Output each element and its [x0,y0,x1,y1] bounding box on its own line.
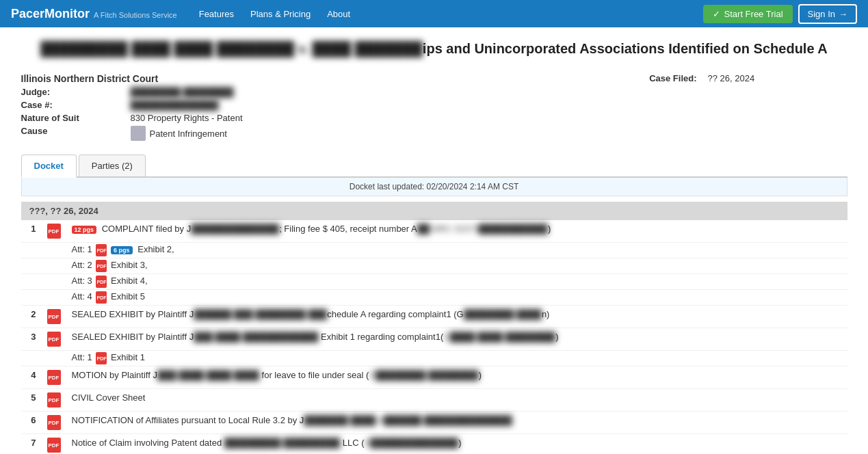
tabs-bar: Docket Parties (2) [21,155,847,178]
case-info: Illinois Northern District Court Case Fi… [21,73,847,141]
entry-num: 1 [21,220,42,243]
attachment-text: Att: 2 PDF Exhibit 3, [66,258,847,274]
attachment-text: Att: 1 PDF Exhibit 1 [66,351,847,366]
tab-docket[interactable]: Docket [21,155,77,178]
free-trial-button[interactable]: ✓ Start Free Trial [703,5,793,23]
date-group-label: ???, ?? 26, 2024 [29,206,98,216]
nav-plans-pricing[interactable]: Plans & Pricing [250,9,311,19]
docket-status-text: Docket last updated: 02/20/2024 2:14 AM … [350,182,519,191]
date-group-row: ???, ?? 26, 2024 [21,202,847,220]
case-title-blurred: █████████ ████ ████ ████████ v. ████ ███… [40,41,423,57]
cause-value: Patent Infringement [131,126,588,141]
pdf-icon-cell: PDF [42,412,66,434]
attachment-row: Att: 1 PDF 6 pgs Exhibit 2, [21,243,847,258]
table-row: 2 PDF SEALED EXHIBIT by Plaintiff J█████… [21,306,847,328]
table-row: 5 PDF CIVIL Cover Sheet [21,389,847,412]
case-filed-value: ?? 26, 2024 [697,73,847,84]
cause-label: Cause [21,126,131,141]
pdf-icon[interactable]: PDF [47,392,61,408]
table-row: 1 PDF 12 pgs COMPLAINT filed by J███████… [21,220,847,243]
sign-in-button[interactable]: Sign In → [798,4,857,24]
pdf-icon[interactable]: PDF [47,309,61,324]
pdf-icon[interactable]: PDF [47,415,61,430]
brand-name: PacerMonitor [11,7,90,21]
court-name: Illinois Northern District Court [21,73,588,84]
entry-text: NOTIFICATION of Affiliates pursuant to L… [66,412,847,434]
entry-text: SEALED EXHIBIT by Plaintiff J██████ ███ … [66,306,847,328]
entry-num: 4 [21,366,42,389]
entry-text: CIVIL Cover Sheet [66,389,847,412]
pdf-icon-cell: PDF [42,366,66,389]
brand: PacerMonitor A Fitch Solutions Service [11,7,177,21]
nav-features[interactable]: Features [199,9,234,19]
attachment-text: Att: 3 PDF Exhibit 4, [66,274,847,290]
page-badge: 12 pgs [72,226,97,234]
nav-actions: ✓ Start Free Trial Sign In → [703,4,857,24]
sign-in-label: Sign In [808,9,835,19]
entry-description: COMPLAINT filed by J██████████████; Fili… [102,224,551,234]
brand-sub: A Fitch Solutions Service [94,11,177,19]
pdf-icon-cell: PDF [42,389,66,412]
case-num-label: Case #: [21,100,131,110]
case-title-visible: ips and Unincorporated Associations Iden… [423,41,828,56]
entry-text: 12 pgs COMPLAINT filed by J█████████████… [66,220,847,243]
case-title: █████████ ████ ████ ████████ v. ████ ███… [21,41,847,57]
page-content: █████████ ████ ████ ████████ v. ████ ███… [10,27,858,454]
free-trial-label: Start Free Trial [724,9,783,19]
case-filed-label: Case Filed: [588,73,697,84]
table-row: 6 PDF NOTIFICATION of Affiliates pursuan… [21,412,847,434]
entry-num: 3 [21,328,42,351]
pdf-icon[interactable]: PDF [47,370,61,385]
att-pdf-icon[interactable]: PDF [96,244,107,256]
pdf-icon-cell: PDF [42,434,66,455]
pdf-icon[interactable]: PDF [47,438,61,453]
entry-num: 7 [21,434,42,455]
att-pdf-icon[interactable]: PDF [96,260,107,272]
attachment-text: Att: 4 PDF Exhibit 5 [66,290,847,306]
tab-parties[interactable]: Parties (2) [79,155,146,176]
attachment-row: Att: 3 PDF Exhibit 4, [21,274,847,290]
entry-num: 2 [21,306,42,328]
attachment-row: Att: 2 PDF Exhibit 3, [21,258,847,274]
att-pdf-icon[interactable]: PDF [96,276,107,288]
case-num-value: ██████████████ [131,100,588,110]
entry-text: SEALED EXHIBIT by Plaintiff J███ ████ ██… [66,328,847,351]
pdf-icon[interactable]: PDF [47,224,61,239]
att-pdf-icon[interactable]: PDF [96,291,107,304]
pdf-icon-cell: PDF [42,328,66,351]
attachment-row: Att: 1 PDF Exhibit 1 [21,351,847,366]
judge-label: Judge: [21,87,131,97]
att-page-badge: 6 pgs [111,246,133,254]
nav-about[interactable]: About [327,9,350,19]
cause-text: Patent Infringement [150,129,227,139]
entry-text: Notice of Claim involving Patent dated █… [66,434,847,455]
judge-value: ████████ ████████ [131,87,588,97]
att-pdf-icon[interactable]: PDF [96,352,107,364]
pdf-icon-cell: PDF [42,306,66,328]
entry-num: 6 [21,412,42,434]
pdf-icon[interactable]: PDF [47,332,61,347]
attachment-row: Att: 4 PDF Exhibit 5 [21,290,847,306]
docket-status-bar: Docket last updated: 02/20/2024 2:14 AM … [21,178,847,196]
table-row: 4 PDF MOTION by Plaintiff J███ ████ ████… [21,366,847,389]
table-row: 3 PDF SEALED EXHIBIT by Plaintiff J███ █… [21,328,847,351]
entry-text: MOTION by Plaintiff J███ ████ ████ ████ … [66,366,847,389]
attachment-text: Att: 1 PDF 6 pgs Exhibit 2, [66,243,847,258]
table-row: 7 PDF Notice of Claim involving Patent d… [21,434,847,455]
cause-icon [131,126,146,141]
nature-value: 830 Property Rights - Patent [131,113,588,123]
arrow-icon: → [839,9,847,19]
docket-table: 1 PDF 12 pgs COMPLAINT filed by J███████… [21,220,847,454]
entry-num: 5 [21,389,42,412]
checkmark-icon: ✓ [713,9,720,19]
nature-label: Nature of Suit [21,113,131,123]
nav-links: Features Plans & Pricing About [199,9,350,19]
pdf-icon-cell: PDF [42,220,66,243]
navbar: PacerMonitor A Fitch Solutions Service F… [0,0,868,27]
